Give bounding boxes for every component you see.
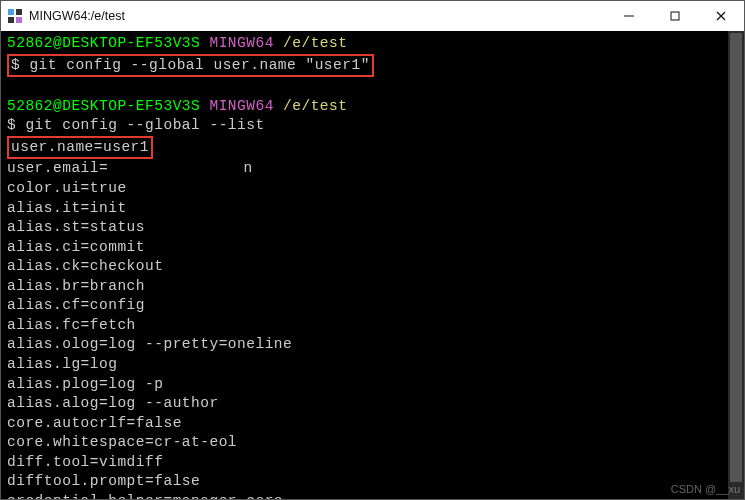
window: MINGW64:/e/test 52862@DESKTOP-EF53V3S MI… — [0, 0, 745, 500]
config-line: user.email= n — [7, 159, 738, 179]
command-line-2: $ git config --global --list — [7, 116, 738, 136]
prompt-line: 52862@DESKTOP-EF53V3S MINGW64 /e/test — [7, 34, 738, 54]
config-line: alias.ck=checkout — [7, 257, 738, 277]
command-line-1: $ git config --global user.name "user1" — [7, 54, 738, 78]
highlight-box-1: $ git config --global user.name "user1" — [7, 54, 374, 78]
config-line: alias.alog=log --author — [7, 394, 738, 414]
config-line: diff.tool=vimdiff — [7, 453, 738, 473]
svg-rect-0 — [8, 9, 14, 15]
config-line: alias.st=status — [7, 218, 738, 238]
config-line: user.name=user1 — [7, 136, 738, 160]
prompt-symbol: $ — [7, 117, 16, 133]
svg-rect-3 — [16, 17, 22, 23]
command-text: git config --global user.name "user1" — [29, 57, 369, 73]
svg-rect-5 — [671, 12, 679, 20]
prompt-cwd: /e/test — [283, 35, 347, 51]
watermark: CSDN @__xu — [671, 482, 740, 497]
config-line: alias.fc=fetch — [7, 316, 738, 336]
prompt-shell: MINGW64 — [209, 35, 273, 51]
config-line: alias.lg=log — [7, 355, 738, 375]
config-line: alias.it=init — [7, 199, 738, 219]
window-controls — [606, 1, 744, 31]
window-title: MINGW64:/e/test — [29, 9, 606, 23]
prompt-symbol: $ — [11, 57, 20, 73]
minimize-button[interactable] — [606, 1, 652, 31]
scrollbar-thumb[interactable] — [730, 33, 742, 482]
config-line: color.ui=true — [7, 179, 738, 199]
prompt-userhost: 52862@DESKTOP-EF53V3S — [7, 98, 200, 114]
prompt-userhost: 52862@DESKTOP-EF53V3S — [7, 35, 200, 51]
config-line: alias.olog=log --pretty=oneline — [7, 335, 738, 355]
command-text: git config --global --list — [25, 117, 264, 133]
config-line: core.autocrlf=false — [7, 414, 738, 434]
blank-line — [7, 77, 738, 97]
terminal[interactable]: 52862@DESKTOP-EF53V3S MINGW64 /e/test $ … — [1, 31, 744, 499]
close-button[interactable] — [698, 1, 744, 31]
config-line: difftool.prompt=false — [7, 472, 738, 492]
config-line: alias.br=branch — [7, 277, 738, 297]
prompt-line: 52862@DESKTOP-EF53V3S MINGW64 /e/test — [7, 97, 738, 117]
svg-rect-2 — [8, 17, 14, 23]
prompt-cwd: /e/test — [283, 98, 347, 114]
config-line: alias.ci=commit — [7, 238, 738, 258]
config-line: credential.helper=manager-core — [7, 492, 738, 499]
config-line: alias.plog=log -p — [7, 375, 738, 395]
svg-rect-1 — [16, 9, 22, 15]
redacted-text — [108, 163, 188, 175]
config-line: alias.cf=config — [7, 296, 738, 316]
scrollbar[interactable] — [728, 31, 744, 499]
config-line: core.whitespace=cr-at-eol — [7, 433, 738, 453]
titlebar[interactable]: MINGW64:/e/test — [1, 1, 744, 31]
highlight-box-2: user.name=user1 — [7, 136, 153, 160]
app-icon — [7, 8, 23, 24]
maximize-button[interactable] — [652, 1, 698, 31]
prompt-shell: MINGW64 — [209, 98, 273, 114]
